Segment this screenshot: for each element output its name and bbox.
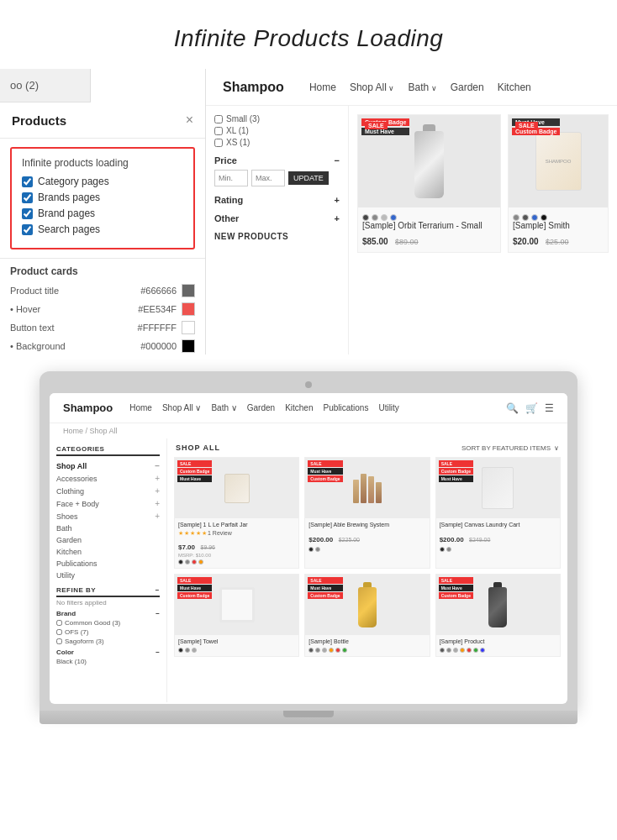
- laptop-brand-common[interactable]: Common Good (3): [56, 619, 160, 627]
- checkbox-brand-input[interactable]: [22, 208, 33, 219]
- price-range: UPDATE: [214, 170, 340, 186]
- dot: [390, 214, 397, 221]
- laptop-nav-bath[interactable]: Bath ∨: [211, 403, 236, 412]
- laptop-sidebar-shopall[interactable]: Shop All −: [56, 459, 160, 472]
- nav-garden[interactable]: Garden: [451, 81, 484, 93]
- filter-xl-label: XL (1): [226, 126, 249, 135]
- lp-sale-6: SALE: [439, 577, 473, 584]
- laptop-nav-publications[interactable]: Publications: [323, 403, 368, 412]
- sidebar-tab[interactable]: oo (2): [0, 69, 91, 102]
- laptop-nav-garden[interactable]: Garden: [247, 403, 275, 412]
- laptop-product-1[interactable]: SALE Custom Badge Must Have [Sample] 1 L…: [174, 457, 299, 569]
- badge-stack-2: SALE Must Have Custom Badge: [512, 118, 560, 135]
- lcd: [185, 559, 190, 564]
- laptop-product-6[interactable]: SALE Must Have Custom Badge: [435, 574, 561, 656]
- cart-icon[interactable]: 🛒: [525, 402, 538, 414]
- laptop-price-3: $200.00: [440, 536, 464, 543]
- laptop-sidebar-garden[interactable]: Garden: [56, 534, 160, 546]
- laptop-sidebar-kitchen[interactable]: Kitchen: [56, 546, 160, 558]
- checkbox-brand-label: Brand pages: [38, 207, 95, 219]
- shampoo-label: SHAMPOO: [546, 159, 572, 164]
- nav-bath[interactable]: Bath: [408, 81, 436, 93]
- filter-small[interactable]: Small (3): [214, 114, 340, 123]
- store-nav-links: Home Shop All Bath Garden Kitchen: [309, 81, 531, 93]
- laptop-sidebar-accessories[interactable]: Accessories +: [56, 472, 160, 485]
- page-title: Infinite Products Loading: [17, 25, 600, 52]
- laptop-price-old-2: $225.00: [339, 537, 360, 543]
- laptop-brand-ofs[interactable]: OFS (7): [56, 628, 160, 636]
- laptop-product-5[interactable]: SALE Must Have Custom Badge: [304, 574, 430, 656]
- laptop-product-3[interactable]: SALE Custom Badge Must Have [Sample] Can…: [435, 457, 561, 569]
- checkbox-brand[interactable]: Brand pages: [22, 207, 183, 219]
- color-swatch-bg[interactable]: [182, 339, 195, 353]
- nav-kitchen[interactable]: Kitchen: [498, 81, 531, 93]
- checkbox-category[interactable]: Category pages: [22, 176, 183, 187]
- color-swatch-title[interactable]: [182, 284, 195, 297]
- laptop-shoes-label: Shoes: [56, 512, 78, 521]
- nav-home[interactable]: Home: [309, 81, 336, 93]
- lp-custom-4: Custom Badge: [177, 592, 212, 599]
- brand-sagoform-checkbox[interactable]: [56, 638, 62, 644]
- price-max-input[interactable]: [251, 170, 285, 186]
- filter-xl-input[interactable]: [214, 127, 223, 135]
- laptop-no-filters: No filters applied: [56, 599, 160, 606]
- laptop-nav-kitchen[interactable]: Kitchen: [285, 403, 313, 412]
- laptop-product-2[interactable]: SALE Must Have Custom Badge: [304, 457, 430, 569]
- laptop-sidebar-shoes[interactable]: Shoes +: [56, 510, 160, 522]
- star: ★: [178, 530, 183, 537]
- filter-xs[interactable]: XS (1): [214, 138, 340, 147]
- star: ★: [184, 530, 189, 537]
- filter-xs-input[interactable]: [214, 139, 223, 147]
- laptop-content: CATEGORIES Shop All − Accessories + Clot…: [50, 438, 567, 702]
- product-card-2[interactable]: SALE Must Have Custom Badge SHAMPOO: [508, 114, 609, 253]
- menu-icon[interactable]: ☰: [545, 402, 554, 414]
- sort-chevron-icon: ∨: [554, 444, 559, 452]
- search-icon[interactable]: 🔍: [506, 402, 519, 414]
- brand-common-checkbox[interactable]: [56, 620, 62, 626]
- lp-badge-area-6: SALE Must Have Custom Badge: [439, 577, 473, 599]
- filter-xl[interactable]: XL (1): [214, 126, 340, 135]
- checkbox-search[interactable]: Search pages: [22, 223, 183, 235]
- laptop-product-4[interactable]: SALE Must Have Custom Badge [Sample] Tow…: [174, 574, 299, 656]
- laptop-nav-shopall[interactable]: Shop All ∨: [162, 403, 201, 412]
- laptop-sidebar-clothing[interactable]: Clothing +: [56, 485, 160, 497]
- checkbox-category-input[interactable]: [22, 176, 33, 187]
- laptop-color-black[interactable]: Black (10): [56, 658, 160, 665]
- lp-sale-2: SALE: [308, 460, 342, 467]
- product-card-1[interactable]: SALE Custom Badge Must Have: [357, 114, 501, 253]
- laptop-sidebar-bath[interactable]: Bath: [56, 522, 160, 534]
- close-icon[interactable]: ×: [186, 113, 193, 128]
- brand-ofs-checkbox[interactable]: [56, 629, 62, 635]
- laptop-brand-sagoform[interactable]: Sagoform (3): [56, 638, 160, 645]
- color-swatch-button[interactable]: [182, 321, 195, 334]
- dot: [522, 214, 529, 221]
- lcd: [342, 648, 347, 653]
- laptop-product-name-1: [Sample] 1 L Le Parfait Jar: [178, 522, 295, 528]
- filter-price-title: Price −: [214, 155, 340, 165]
- laptop-sidebar-face[interactable]: Face + Body +: [56, 497, 160, 510]
- color-label-title: Product title: [10, 286, 59, 296]
- laptop-nav-utility[interactable]: Utility: [378, 403, 398, 412]
- laptop-nav-home[interactable]: Home: [129, 403, 152, 412]
- update-button[interactable]: UPDATE: [288, 171, 329, 185]
- price-min-input[interactable]: [214, 170, 248, 186]
- laptop-sort[interactable]: SORT BY FEATURED ITEMS ∨: [461, 444, 559, 452]
- checkbox-brands[interactable]: Brands pages: [22, 192, 183, 203]
- nav-shopall[interactable]: Shop All: [350, 81, 395, 93]
- brew-3: [368, 476, 374, 503]
- expand-icon-shopall: −: [155, 461, 160, 470]
- lcd: [453, 648, 458, 653]
- laptop-sidebar-utility[interactable]: Utility: [56, 570, 160, 581]
- lcd: [440, 648, 445, 653]
- brand-common-label: Common Good (3): [65, 619, 120, 627]
- lcd: [480, 648, 485, 653]
- color-swatch-hover[interactable]: [182, 302, 195, 316]
- checkbox-search-input[interactable]: [22, 224, 33, 235]
- filter-small-input[interactable]: [214, 115, 223, 123]
- checkbox-brands-input[interactable]: [22, 192, 33, 203]
- filter-price-icon: −: [335, 155, 340, 165]
- lcd: [467, 648, 472, 653]
- laptop-sidebar-publications[interactable]: Publications: [56, 558, 160, 570]
- star: ★: [202, 530, 207, 537]
- store-preview: Shampoo Home Shop All Bath Garden Kitche…: [206, 69, 617, 354]
